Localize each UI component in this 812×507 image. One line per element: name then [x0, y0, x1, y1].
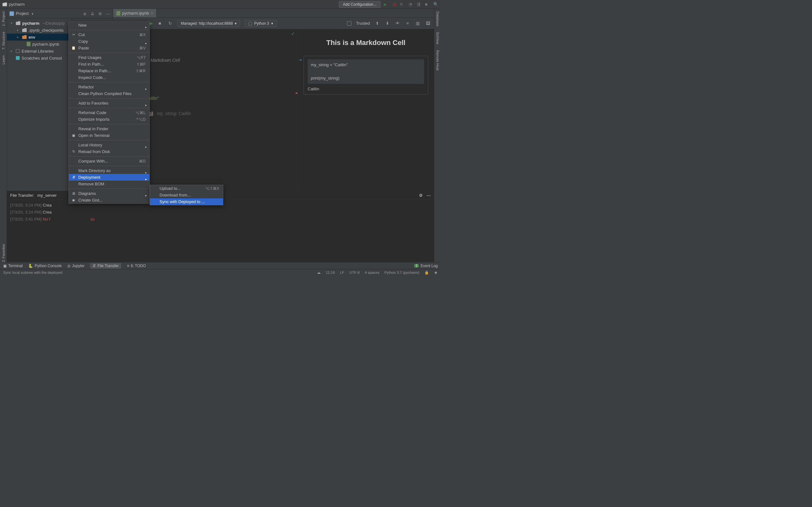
status-lock-icon[interactable]: 🔒	[424, 270, 429, 275]
trusted-label: Trusted	[356, 21, 370, 26]
stop-icon[interactable]: ■	[425, 2, 430, 7]
rail-favorites[interactable]: 2: Favorites	[2, 244, 5, 262]
attach-icon[interactable]: ⇶	[417, 2, 422, 7]
preview-pane: This is a Markdown Cell ⇥ my_string = "C…	[298, 29, 434, 191]
notebook-toolbar: ＋ ✂ ▶ ▶▶ ■ ↻ Managed: http://localhost:8…	[113, 18, 434, 29]
menu-item[interactable]: Replace in Path...⇧⌘R	[69, 67, 149, 74]
coverage-icon[interactable]: ⎘	[400, 2, 405, 7]
cell-run-icon[interactable]: ⇥	[299, 58, 302, 62]
hide-icon[interactable]: —	[426, 193, 431, 198]
project-name: pycharm	[9, 2, 25, 7]
status-bar: Sync local subtree with the deployed ☁ 1…	[0, 269, 441, 276]
tab-python-console[interactable]: 🐍 Python Console	[28, 264, 61, 268]
search-icon[interactable]: 🔍	[433, 2, 438, 7]
menu-item[interactable]: Reveal in Finder	[69, 125, 149, 132]
collapse-icon[interactable]: ⇊	[91, 11, 95, 16]
rail-project[interactable]: 1: Project	[2, 11, 5, 26]
folder-icon	[3, 3, 7, 6]
menu-item[interactable]: Find in Path...⇧⌘F	[69, 61, 149, 67]
context-menu[interactable]: New✂Cut⌘XCopy📋Paste⌘VFind Usages⌥F7Find …	[68, 21, 150, 204]
status-hint: Sync local subtree with the deployed	[3, 271, 62, 274]
transfer-label: File Transfer:	[10, 193, 34, 198]
gear-icon[interactable]: ⚙	[419, 193, 423, 198]
menu-item[interactable]: ↻Reload from Disk	[69, 148, 149, 155]
tab-terminal[interactable]: ▣ Terminal	[3, 264, 22, 268]
rail-remote-host[interactable]: Remote Host	[436, 50, 440, 70]
left-rail: 1: Project 7: Structure Learn 2: Favorit…	[0, 9, 7, 262]
kernel-selector[interactable]: ◯Python 3▾	[245, 20, 276, 27]
menu-item[interactable]: ◉Create Gist...	[69, 197, 149, 204]
debug-icon[interactable]: 🐞	[392, 2, 397, 7]
close-icon[interactable]: ×	[151, 11, 154, 15]
menu-item[interactable]: Optimize Imports^⌥O	[69, 116, 149, 123]
rail-sciview[interactable]: SciView	[436, 32, 440, 44]
trusted-checkbox[interactable]	[347, 21, 351, 26]
menu-item[interactable]: Reformat Code⌥⌘L	[69, 109, 149, 116]
error-stripe[interactable]	[296, 93, 298, 94]
project-view-icon	[9, 11, 14, 16]
status-interpreter[interactable]: Python 3.7 (pycharm)	[385, 271, 419, 274]
restart-icon[interactable]: ↻	[167, 20, 173, 26]
download-icon[interactable]: ⬇	[385, 20, 390, 26]
deployment-submenu[interactable]: Upload to...⌥⇧⌘XDownload from...Sync wit…	[150, 185, 223, 205]
menu-item[interactable]: ⊞Diagrams	[69, 190, 149, 197]
preview-heading: This is a Markdown Cell	[304, 39, 428, 47]
gear-icon[interactable]: ⚙	[98, 11, 103, 16]
menu-item[interactable]: Download from...	[150, 192, 223, 199]
project-view-label[interactable]: Project	[16, 11, 29, 16]
rail-structure[interactable]: 7: Structure	[2, 32, 5, 50]
tab-jupyter[interactable]: ◎ Jupyter	[67, 264, 84, 268]
status-encoding[interactable]: UTF-8	[349, 271, 360, 274]
menu-item[interactable]: ✂Cut⌘X	[69, 32, 149, 38]
menu-item[interactable]: Clean Python Compiled Files	[69, 90, 149, 97]
status-hector-icon[interactable]: ☻	[434, 271, 438, 274]
preview-code-line: print(my_string)	[311, 75, 421, 82]
menu-item[interactable]: Mark Directory as	[69, 167, 149, 174]
menu-item[interactable]: Sync with Deployed to ...	[150, 199, 223, 205]
server-selector[interactable]: Managed: http://localhost:8888▾	[177, 20, 240, 27]
status-indent[interactable]: 4 spaces	[365, 271, 379, 274]
server-name[interactable]: my_server	[38, 193, 57, 198]
locate-icon[interactable]: ⊕	[83, 11, 88, 16]
status-line-sep[interactable]: LF	[340, 271, 344, 274]
right-rail: Database SciView Remote Host	[434, 9, 441, 262]
add-configuration-button[interactable]: Add Configuration...	[339, 1, 380, 8]
rail-database[interactable]: Database	[436, 11, 440, 26]
view-split-icon[interactable]: ▥	[415, 20, 420, 26]
menu-item[interactable]: 📋Paste⌘V	[69, 45, 149, 51]
menu-item[interactable]: Remove BOM	[69, 181, 149, 187]
menu-item[interactable]: New	[69, 22, 149, 29]
menu-item[interactable]: Inspect Code...	[69, 74, 149, 81]
menu-item[interactable]: ▣Open in Terminal	[69, 132, 149, 139]
menu-item[interactable]: Upload to...⌥⇧⌘X	[150, 185, 223, 192]
preview-cell[interactable]: ⇥ my_string = "Caitlin" print(my_string)…	[304, 56, 428, 95]
menu-item[interactable]: Refactor	[69, 83, 149, 90]
hide-icon[interactable]: —	[106, 11, 110, 16]
tab-label: pycharm.ipynb	[122, 11, 149, 15]
editor-area: pycharm.ipynb × ＋ ✂ ▶ ▶▶ ■ ↻ Managed: ht…	[113, 9, 434, 191]
stop-icon[interactable]: ■	[157, 20, 163, 26]
menu-item[interactable]: Add to Favorites	[69, 100, 149, 107]
chevron-down-icon[interactable]	[31, 11, 33, 16]
view-code-icon[interactable]: ≡	[405, 20, 410, 26]
title-bar: pycharm Add Configuration... ▶ 🐞 ⎘ ◔ ⇶ ■…	[0, 0, 441, 9]
menu-item[interactable]: ⇵Deployment	[69, 174, 149, 181]
log-line: [7/3/20, 3:24 PM] Crea	[10, 209, 431, 216]
status-sync-icon[interactable]: ☁	[317, 270, 321, 275]
tab-event-log[interactable]: 1 Event Log	[414, 264, 438, 268]
menu-item[interactable]: Copy	[69, 38, 149, 45]
rail-learn[interactable]: Learn	[2, 55, 5, 64]
status-line-col[interactable]: 11:16	[326, 271, 335, 274]
preview-icon[interactable]: 👁	[395, 20, 400, 26]
menu-item[interactable]: Find Usages⌥F7	[69, 54, 149, 61]
tab-file[interactable]: pycharm.ipynb ×	[113, 9, 157, 17]
view-preview-icon[interactable]: 🖼	[425, 20, 431, 26]
tab-todo[interactable]: ≡ 6: TODO	[127, 264, 146, 268]
upload-icon[interactable]: ⬆	[374, 20, 380, 26]
menu-item[interactable]: Local History	[69, 142, 149, 148]
menu-item[interactable]: Compare With...⌘D	[69, 158, 149, 164]
run-icon[interactable]: ▶	[384, 2, 389, 7]
tab-file-transfer[interactable]: ⇵ File Transfer	[90, 263, 121, 269]
main-shell: 1: Project 7: Structure Learn 2: Favorit…	[0, 9, 441, 262]
profile-icon[interactable]: ◔	[409, 2, 414, 7]
